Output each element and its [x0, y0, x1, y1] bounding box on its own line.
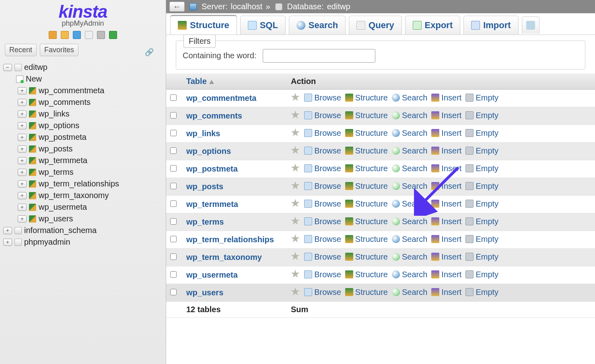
structure-action[interactable]: Structure [345, 93, 388, 102]
favorite-star-icon[interactable] [291, 217, 300, 225]
favorite-star-icon[interactable] [291, 164, 300, 172]
row-checkbox[interactable] [170, 200, 177, 207]
insert-action[interactable]: Insert [431, 182, 461, 191]
structure-action[interactable]: Structure [345, 252, 388, 262]
tree-table-wp_terms[interactable]: +wp_terms [2, 166, 163, 178]
tree-table-wp_commentmeta[interactable]: +wp_commentmeta [2, 85, 163, 96]
favorite-star-icon[interactable] [291, 199, 300, 208]
browse-action[interactable]: Browse [304, 288, 341, 297]
favorite-star-icon[interactable] [291, 252, 300, 261]
tab-export[interactable]: Export [405, 16, 461, 35]
favorite-star-icon[interactable] [291, 128, 300, 137]
expand-icon[interactable]: + [18, 99, 27, 106]
tab-operations[interactable] [522, 16, 539, 34]
row-checkbox[interactable] [170, 236, 177, 242]
insert-action[interactable]: Insert [431, 217, 461, 226]
search-action[interactable]: Search [392, 288, 427, 297]
table-name-link[interactable]: wp_options [186, 147, 231, 155]
search-action[interactable]: Search [392, 182, 427, 191]
row-checkbox[interactable] [170, 112, 177, 119]
expand-icon[interactable]: + [18, 145, 27, 153]
server-name[interactable]: localhost [231, 2, 262, 11]
structure-action[interactable]: Structure [345, 129, 388, 138]
expand-icon[interactable]: + [18, 110, 27, 118]
tree-table-wp_posts[interactable]: +wp_posts [2, 143, 163, 155]
browse-action[interactable]: Browse [304, 270, 341, 279]
empty-action[interactable]: Empty [465, 288, 498, 297]
empty-action[interactable]: Empty [465, 111, 498, 120]
db-name[interactable]: editwp [327, 2, 350, 11]
help-icon[interactable] [73, 31, 81, 39]
browse-action[interactable]: Browse [304, 93, 341, 102]
tree-db-information_schema[interactable]: +information_schema [2, 225, 163, 236]
insert-action[interactable]: Insert [431, 129, 461, 138]
row-checkbox[interactable] [170, 183, 177, 189]
table-name-link[interactable]: wp_terms [186, 217, 224, 226]
tree-db-phpmyadmin[interactable]: +phpmyadmin [2, 236, 163, 248]
row-checkbox[interactable] [170, 94, 177, 101]
empty-action[interactable]: Empty [465, 182, 498, 191]
empty-action[interactable]: Empty [465, 199, 498, 209]
favorite-star-icon[interactable] [291, 270, 300, 278]
browse-action[interactable]: Browse [304, 182, 341, 191]
search-action[interactable]: Search [392, 217, 427, 226]
expand-icon[interactable]: + [3, 239, 12, 246]
row-checkbox[interactable] [170, 218, 177, 225]
expand-icon[interactable]: + [3, 227, 12, 234]
search-action[interactable]: Search [392, 270, 427, 279]
structure-action[interactable]: Structure [345, 146, 388, 155]
row-checkbox[interactable] [170, 289, 177, 295]
tree-table-wp_users[interactable]: +wp_users [2, 213, 163, 225]
empty-action[interactable]: Empty [465, 129, 498, 138]
tree-table-wp_comments[interactable]: +wp_comments [2, 96, 163, 108]
structure-action[interactable]: Structure [345, 270, 388, 279]
favorite-star-icon[interactable] [291, 110, 300, 119]
tree-table-wp_term_relationships[interactable]: +wp_term_relationships [2, 178, 163, 190]
search-action[interactable]: Search [392, 235, 427, 244]
search-action[interactable]: Search [392, 252, 427, 262]
favorite-star-icon[interactable] [291, 93, 300, 102]
row-checkbox[interactable] [170, 147, 177, 154]
logout-icon[interactable] [61, 31, 69, 39]
structure-action[interactable]: Structure [345, 111, 388, 120]
collapse-icon[interactable]: − [3, 64, 12, 71]
tree-new[interactable]: New [2, 73, 163, 85]
empty-action[interactable]: Empty [465, 164, 498, 173]
browse-action[interactable]: Browse [304, 129, 341, 138]
tab-recent[interactable]: Recent [5, 44, 37, 56]
tree-table-wp_usermeta[interactable]: +wp_usermeta [2, 201, 163, 213]
structure-action[interactable]: Structure [345, 235, 388, 244]
insert-action[interactable]: Insert [431, 252, 461, 262]
expand-icon[interactable]: + [18, 169, 27, 176]
insert-action[interactable]: Insert [431, 146, 461, 155]
home-icon[interactable] [49, 31, 57, 39]
structure-action[interactable]: Structure [345, 182, 388, 191]
reload-icon[interactable] [109, 31, 117, 39]
insert-action[interactable]: Insert [431, 164, 461, 173]
search-action[interactable]: Search [392, 146, 427, 155]
row-checkbox[interactable] [170, 254, 177, 260]
expand-icon[interactable]: + [18, 122, 27, 129]
structure-action[interactable]: Structure [345, 199, 388, 209]
search-action[interactable]: Search [392, 93, 427, 102]
table-name-link[interactable]: wp_term_relationships [186, 235, 274, 244]
insert-action[interactable]: Insert [431, 93, 461, 102]
tree-table-wp_options[interactable]: +wp_options [2, 120, 163, 131]
tab-structure[interactable]: Structure [170, 15, 237, 35]
table-name-link[interactable]: wp_posts [186, 182, 223, 191]
expand-icon[interactable]: + [18, 157, 27, 164]
expand-icon[interactable]: + [18, 180, 27, 188]
expand-icon[interactable]: + [18, 215, 27, 223]
back-button[interactable]: ← [169, 2, 185, 12]
insert-action[interactable]: Insert [431, 235, 461, 244]
tab-search[interactable]: Search [289, 16, 346, 35]
table-name-link[interactable]: wp_term_taxonomy [186, 253, 262, 262]
row-checkbox[interactable] [170, 165, 177, 172]
expand-icon[interactable]: + [18, 87, 27, 94]
table-name-link[interactable]: wp_usermeta [186, 270, 238, 279]
browse-action[interactable]: Browse [304, 217, 341, 226]
search-action[interactable]: Search [392, 199, 427, 209]
browse-action[interactable]: Browse [304, 235, 341, 244]
browse-action[interactable]: Browse [304, 252, 341, 262]
favorite-star-icon[interactable] [291, 181, 300, 190]
